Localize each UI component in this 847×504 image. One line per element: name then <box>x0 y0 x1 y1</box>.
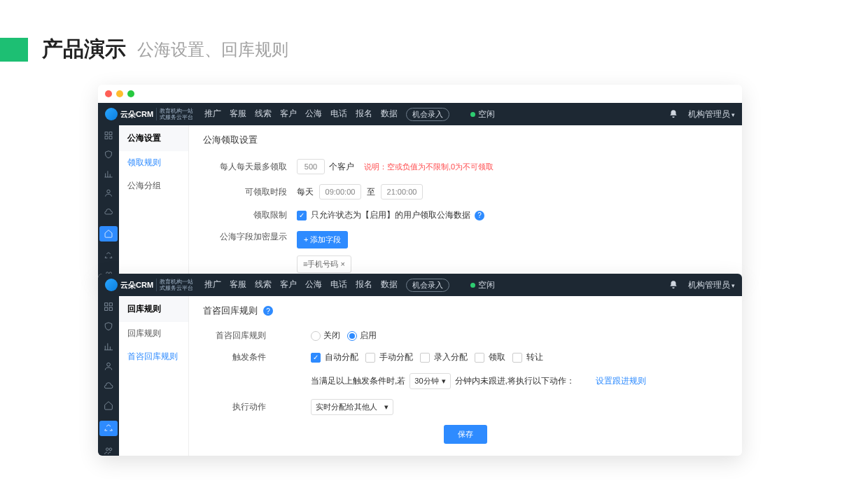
svg-point-12 <box>106 448 108 451</box>
status-indicator[interactable]: 空闲 <box>470 279 495 291</box>
nav-item[interactable]: 报名 <box>356 279 372 292</box>
nav-item[interactable]: 线索 <box>255 279 272 292</box>
user-icon[interactable] <box>103 361 114 371</box>
bell-icon[interactable] <box>668 109 678 119</box>
svg-rect-0 <box>105 132 108 135</box>
radio-on[interactable] <box>347 331 357 341</box>
status-indicator[interactable]: 空闲 <box>470 108 495 120</box>
chart-icon[interactable] <box>103 169 114 178</box>
help-icon[interactable]: ? <box>475 211 484 220</box>
nav-item[interactable]: 数据 <box>381 279 398 292</box>
shield-icon[interactable] <box>103 150 114 159</box>
chevron-down-icon: ▾ <box>384 402 388 412</box>
cb-claim[interactable] <box>475 353 484 363</box>
nav-item[interactable]: 数据 <box>381 108 398 121</box>
nav-item[interactable]: 线索 <box>255 108 272 121</box>
cb-transfer[interactable] <box>512 353 522 363</box>
cb-auto[interactable]: ✓ <box>311 353 321 363</box>
nav-item[interactable]: 报名 <box>356 108 372 121</box>
prefix-daily: 每天 <box>297 186 314 198</box>
users-icon[interactable] <box>103 446 114 456</box>
add-field-button[interactable]: + 添加字段 <box>297 231 348 248</box>
close-dot[interactable] <box>105 90 112 97</box>
brand-name: 云朵CRM <box>120 109 153 120</box>
nav-item[interactable]: 推广 <box>204 279 221 292</box>
cloud-icon <box>105 279 118 291</box>
side-item-claim-rules[interactable]: 领取规则 <box>119 151 188 174</box>
chevron-down-icon: ▾ <box>732 111 735 118</box>
side-item-groups[interactable]: 公海分组 <box>119 174 188 197</box>
checkbox-enabled-only[interactable]: ✓ <box>297 211 307 220</box>
select-action[interactable]: 实时分配给其他人▾ <box>311 399 393 415</box>
svg-rect-8 <box>109 303 112 306</box>
time-from-input[interactable] <box>319 184 361 200</box>
vertical-iconbar <box>98 125 119 279</box>
section-title: 首咨回库规则 ? <box>203 304 728 317</box>
radio-on-label: 启用 <box>360 330 377 342</box>
shield-icon[interactable] <box>103 321 114 331</box>
label-max-claim: 每人每天最多领取 <box>203 161 287 173</box>
side-title: 回库规则 <box>119 296 188 322</box>
topbar: 云朵CRM 教育机构一站 式服务云平台 推广 客服 线索 客户 公海 电话 报名… <box>98 274 742 296</box>
grid-icon[interactable] <box>103 302 114 312</box>
svg-rect-2 <box>105 136 108 139</box>
cloud-icon[interactable] <box>103 381 114 391</box>
unit-label: 个客户 <box>329 161 354 173</box>
field-tag-phone[interactable]: ≡手机号码 × <box>297 255 351 273</box>
nav-item[interactable]: 推广 <box>204 108 221 121</box>
bell-icon[interactable] <box>668 280 678 290</box>
svg-rect-1 <box>109 132 112 135</box>
user-menu[interactable]: 机构管理员▾ <box>688 108 735 120</box>
slide-subtitle: 公海设置、回库规则 <box>137 38 288 61</box>
cb-manual[interactable] <box>365 353 375 363</box>
select-minutes[interactable]: 30分钟▾ <box>410 373 450 389</box>
radio-off[interactable] <box>311 331 321 341</box>
label-action: 执行动作 <box>203 401 266 413</box>
zoom-dot[interactable] <box>127 90 134 97</box>
nav-item[interactable]: 电话 <box>330 108 347 121</box>
nav-item[interactable]: 客服 <box>230 108 246 121</box>
cb-label: 转让 <box>526 351 543 363</box>
side-item-return[interactable]: 回库规则 <box>119 322 188 345</box>
user-icon[interactable] <box>103 188 114 197</box>
chevron-down-icon: ▾ <box>732 282 735 289</box>
user-menu[interactable]: 机构管理员▾ <box>688 279 735 291</box>
nav-item[interactable]: 客户 <box>280 108 297 121</box>
opportunity-entry-button[interactable]: 机会录入 <box>406 108 449 121</box>
label-time-range: 可领取时段 <box>203 186 287 198</box>
minimize-dot[interactable] <box>116 90 123 97</box>
time-to-input[interactable] <box>381 184 423 200</box>
max-claim-input[interactable] <box>297 159 325 174</box>
recycle-icon[interactable] <box>99 421 118 436</box>
nav-item[interactable]: 电话 <box>330 279 347 292</box>
cb-entry[interactable] <box>420 353 430 363</box>
nav-item[interactable]: 公海 <box>305 279 322 292</box>
side-menu: 回库规则 回库规则 首咨回库规则 <box>119 296 189 456</box>
recycle-icon[interactable] <box>103 251 114 260</box>
window-publicsea: 云朵CRM 教育机构一站 式服务云平台 推广 客服 线索 客户 公海 电话 报名… <box>98 85 742 281</box>
help-icon[interactable]: ? <box>263 306 273 316</box>
nav-item[interactable]: 客服 <box>230 279 246 292</box>
side-item-first-return[interactable]: 首咨回库规则 <box>119 345 188 368</box>
cb-label: 录入分配 <box>434 351 468 363</box>
svg-rect-10 <box>109 307 112 310</box>
save-button[interactable]: 保存 <box>444 425 487 444</box>
brand-tagline: 教育机构一站 式服务云平台 <box>156 108 193 120</box>
brand-logo[interactable]: 云朵CRM 教育机构一站 式服务云平台 <box>105 279 193 291</box>
grid-icon[interactable] <box>103 131 114 140</box>
user-label: 机构管理员 <box>688 280 730 290</box>
nav-item[interactable]: 公海 <box>305 108 322 121</box>
window-return-rules: 云朵CRM 教育机构一站 式服务云平台 推广 客服 线索 客户 公海 电话 报名… <box>98 274 742 456</box>
link-followup-rules[interactable]: 设置跟进规则 <box>596 375 646 387</box>
nav-item[interactable]: 客户 <box>280 279 297 292</box>
cloud-icon[interactable] <box>103 207 114 216</box>
home-icon[interactable] <box>99 226 118 241</box>
status-dot-icon <box>470 283 475 288</box>
cb-label: 自动分配 <box>325 351 358 363</box>
topbar: 云朵CRM 教育机构一站 式服务云平台 推广 客服 线索 客户 公海 电话 报名… <box>98 103 742 125</box>
brand-logo[interactable]: 云朵CRM 教育机构一站 式服务云平台 <box>105 108 193 120</box>
opportunity-entry-button[interactable]: 机会录入 <box>406 279 449 292</box>
chart-icon[interactable] <box>103 342 114 351</box>
home-icon[interactable] <box>103 400 114 410</box>
brand-tagline: 教育机构一站 式服务云平台 <box>156 279 193 291</box>
